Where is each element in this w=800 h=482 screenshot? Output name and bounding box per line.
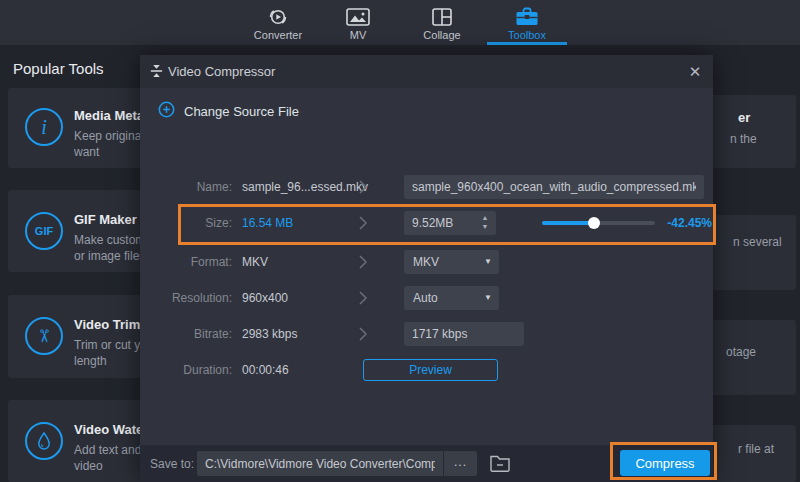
tab-toolbox-label: Toolbox [487,29,567,41]
chevron-right-icon [358,215,368,235]
change-source-file-button[interactable]: Change Source File [158,101,299,121]
size-slider[interactable] [542,221,655,225]
tool-card-title: er [738,110,750,125]
tab-collage-label: Collage [402,29,482,41]
active-tab-indicator [487,42,567,45]
format-label: Format: [140,255,232,269]
dialog-footer: Save to: ... Compress [140,445,713,482]
compress-button[interactable]: Compress [620,450,710,476]
tab-converter[interactable]: Converter [238,0,318,45]
tab-toolbox[interactable]: Toolbox [487,0,567,45]
size-stepper: ▲ ▼ [478,213,492,231]
tool-card-desc: r file at [738,442,774,456]
tool-card-desc: otage [726,345,756,359]
output-name-input[interactable] [404,175,704,199]
tab-mv-label: MV [318,29,398,41]
tool-card-title: GIF Maker [74,212,137,227]
dialog-header: Video Compressor ✕ [140,55,713,88]
tool-card-desc: n the [730,132,757,146]
tool-card-desc: n several [733,235,782,249]
video-compressor-dialog: Video Compressor ✕ Change Source File Na… [140,55,713,482]
chevron-right-icon [358,254,368,274]
browse-more-button[interactable]: ... [444,451,477,476]
resolution-dropdown-value: Auto [413,291,438,305]
name-source-value: sample_96...essed.mkv [242,180,368,194]
chevron-right-icon [358,326,368,346]
output-bitrate-input[interactable] [404,322,524,346]
tool-card-partial[interactable]: r file at [700,425,796,482]
dialog-title: Video Compressor [168,64,275,79]
save-path-input[interactable] [197,451,443,476]
tool-card-partial[interactable]: er n the [700,95,796,168]
format-row: Format: MKV MKV ▼ [140,249,713,275]
popular-tools-heading: Popular Tools [13,60,104,77]
app-window: Converter MV Collage [0,0,800,482]
bitrate-source-value: 2983 kbps [242,327,297,341]
tab-collage[interactable]: Collage [402,0,482,45]
tool-card-desc: or image files [74,248,145,264]
resolution-label: Resolution: [140,291,232,305]
mv-icon [318,5,398,29]
tool-card-desc: length [74,353,107,369]
chevron-down-icon: ▼ [484,257,492,266]
format-source-value: MKV [242,255,268,269]
open-folder-icon[interactable] [489,454,513,474]
toolbox-icon [487,5,567,29]
tab-mv[interactable]: MV [318,0,398,45]
size-label: Size: [140,216,232,230]
converter-icon [238,5,318,29]
size-source-value: 16.54 MB [242,216,293,230]
tool-card-partial[interactable]: n several [700,215,796,290]
bitrate-row: Bitrate: 2983 kbps [140,321,713,347]
collage-icon [402,5,482,29]
scissors-icon: ✂ [25,317,63,355]
info-icon: i [25,108,63,146]
format-dropdown[interactable]: MKV ▼ [404,250,499,274]
preview-button[interactable]: Preview [363,359,498,381]
name-label: Name: [140,180,232,194]
save-to-label: Save to: [150,457,194,471]
duration-label: Duration: [140,363,232,377]
duration-row: Duration: 00:00:46 Preview [140,357,713,383]
droplet-icon [25,422,63,460]
close-icon[interactable]: ✕ [685,62,705,82]
duration-source-value: 00:00:46 [242,363,289,377]
resolution-dropdown[interactable]: Auto ▼ [404,286,499,310]
resolution-row: Resolution: 960x400 Auto ▼ [140,285,713,311]
chevron-right-icon [358,179,368,199]
top-navigation: Converter MV Collage [0,0,800,45]
name-row: Name: sample_96...essed.mkv [140,174,713,200]
compressor-icon [149,63,164,83]
tool-card-desc: video [74,458,103,474]
resolution-source-value: 960x400 [242,291,288,305]
size-slider-fill [542,221,594,225]
plus-circle-icon [158,101,175,122]
stepper-up-icon[interactable]: ▲ [482,213,489,222]
bitrate-label: Bitrate: [140,327,232,341]
change-source-file-label: Change Source File [184,104,299,119]
chevron-down-icon: ▼ [484,293,492,302]
tool-card-desc: want [74,144,99,160]
tab-converter-label: Converter [238,29,318,41]
chevron-right-icon [358,290,368,310]
tool-card-partial[interactable]: otage [700,320,796,395]
stepper-down-icon[interactable]: ▼ [482,222,489,231]
format-dropdown-value: MKV [413,255,439,269]
size-reduction-percent: -42.45% [652,216,712,230]
size-slider-handle[interactable] [588,217,600,229]
size-row: Size: 16.54 MB ▲ ▼ -42.45% [140,210,713,236]
gif-icon: GIF [25,212,63,250]
